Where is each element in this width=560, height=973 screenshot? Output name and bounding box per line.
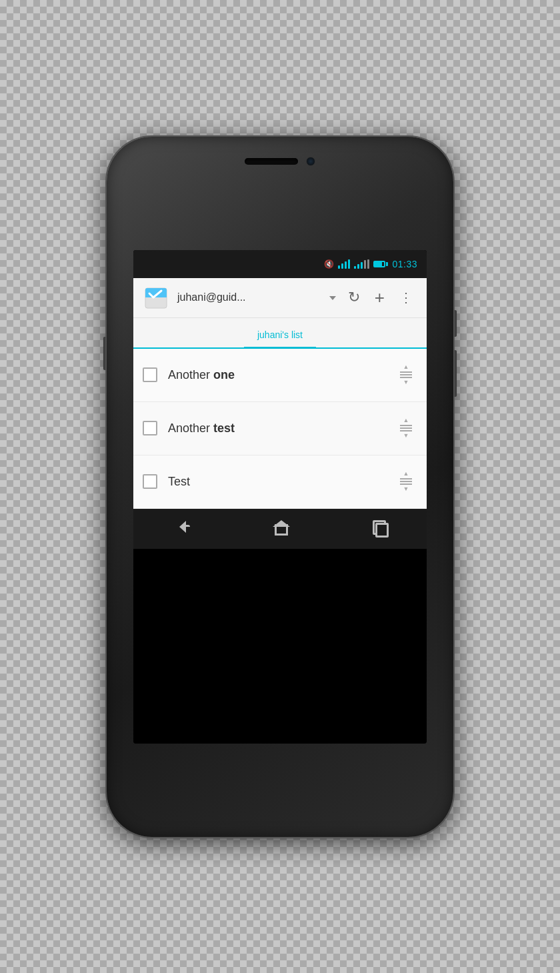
signal-icon xyxy=(354,259,369,269)
top-sensors xyxy=(245,157,315,166)
front-camera xyxy=(306,157,315,166)
more-options-button[interactable]: ⋮ xyxy=(397,287,416,308)
action-bar: juhani@guid... ↻ + ⋮ xyxy=(133,278,427,318)
drag-arrows-icon-down-3: ▼ xyxy=(403,486,409,492)
drag-arrows-icon-1: ▲ xyxy=(403,364,409,370)
item-text-bold-2: test xyxy=(213,421,235,435)
item-text-normal-2: Another xyxy=(168,421,213,435)
list-item[interactable]: Test ▲ ▼ xyxy=(133,455,427,509)
tab-juhani-list[interactable]: juhani's list xyxy=(244,323,316,349)
item-label-2: Another test xyxy=(168,421,395,435)
status-time: 01:33 xyxy=(392,259,417,269)
screen: 🔇 xyxy=(133,250,427,744)
volume-rocker[interactable] xyxy=(453,350,457,397)
recents-icon xyxy=(373,520,385,534)
checkbox-item-3[interactable] xyxy=(143,474,157,489)
wifi-icon xyxy=(338,259,350,269)
drag-line-top-3 xyxy=(400,478,412,479)
top-bezel xyxy=(107,157,453,170)
drag-arrows-icon-3: ▲ xyxy=(403,471,409,477)
drag-line-bot-3 xyxy=(400,483,412,485)
drag-arrows-icon-2: ▲ xyxy=(403,417,409,423)
app-content: juhani@guid... ↻ + ⋮ juhani's list xyxy=(133,278,427,509)
tab-bar: juhani's list xyxy=(133,318,427,349)
refresh-button[interactable]: ↻ xyxy=(345,286,363,309)
home-icon xyxy=(274,520,289,534)
drag-line-bot-2 xyxy=(400,430,412,431)
account-name: juhani@guid... xyxy=(177,291,325,303)
drag-line-mid-1 xyxy=(400,374,412,375)
back-button[interactable] xyxy=(169,514,197,543)
status-icons: 🔇 xyxy=(324,259,417,269)
item-text-normal-3: Test xyxy=(168,475,190,488)
item-label-3: Test xyxy=(168,475,395,489)
status-bar: 🔇 xyxy=(133,250,427,278)
bottom-bezel xyxy=(107,817,453,824)
drag-arrows-icon-down-1: ▼ xyxy=(403,379,409,385)
power-button[interactable] xyxy=(453,310,457,337)
drag-line-top-2 xyxy=(400,425,412,426)
drag-arrows-icon-down-2: ▼ xyxy=(403,433,409,439)
drag-line-mid-2 xyxy=(400,427,412,429)
mute-icon: 🔇 xyxy=(324,259,334,269)
earpiece xyxy=(245,158,298,165)
navigation-bar xyxy=(133,509,427,549)
phone-device: 🔇 xyxy=(107,137,453,837)
drag-handle-1[interactable]: ▲ ▼ xyxy=(395,359,417,391)
volume-button[interactable] xyxy=(103,337,107,370)
item-text-bold-1: one xyxy=(213,368,235,381)
dropdown-arrow-icon xyxy=(329,296,336,300)
add-button[interactable]: + xyxy=(372,285,387,311)
drag-line-top-1 xyxy=(400,371,412,373)
battery-icon xyxy=(373,261,388,267)
drag-handle-2[interactable]: ▲ ▼ xyxy=(395,412,417,444)
back-icon xyxy=(175,521,190,533)
drag-line-mid-3 xyxy=(400,481,412,482)
checkbox-item-2[interactable] xyxy=(143,421,157,435)
home-button[interactable] xyxy=(267,514,295,544)
item-label-1: Another one xyxy=(168,368,395,382)
list-item[interactable]: Another test ▲ ▼ xyxy=(133,402,427,455)
app-icon xyxy=(144,285,168,309)
list-item[interactable]: Another one ▲ ▼ xyxy=(133,349,427,402)
list-container: Another one ▲ ▼ xyxy=(133,349,427,509)
checkbox-item-1[interactable] xyxy=(143,367,157,382)
drag-handle-3[interactable]: ▲ ▼ xyxy=(395,465,417,498)
drag-line-bot-1 xyxy=(400,377,412,378)
recents-button[interactable] xyxy=(366,514,391,544)
item-text-normal-1: Another xyxy=(168,368,213,381)
